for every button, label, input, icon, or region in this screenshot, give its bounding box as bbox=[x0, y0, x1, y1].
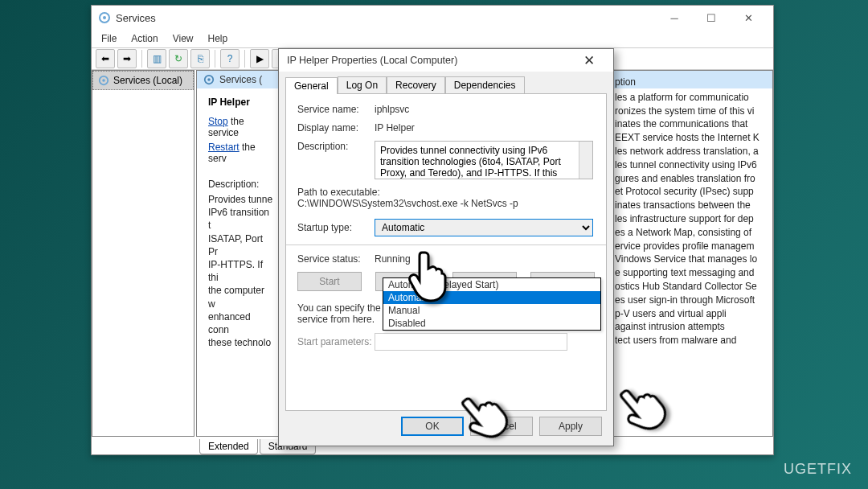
dialog-title: IP Helper Properties (Local Computer) bbox=[287, 55, 573, 66]
window-title: Services bbox=[116, 12, 656, 24]
gear-icon bbox=[98, 75, 109, 86]
tab-extended[interactable]: Extended bbox=[199, 439, 258, 454]
cursor-hand-icon bbox=[406, 248, 454, 304]
list-item[interactable]: Vindows Service that manages lo bbox=[615, 253, 768, 266]
menu-action[interactable]: Action bbox=[125, 31, 164, 46]
list-item[interactable]: e supporting text messaging and bbox=[615, 266, 768, 280]
tree-item-services-local[interactable]: Services (Local) bbox=[92, 71, 194, 90]
export-button[interactable]: ⎘ bbox=[190, 49, 210, 68]
list-item[interactable]: ostics Hub Standard Collector Se bbox=[615, 280, 768, 294]
description-box[interactable]: Provides tunnel connectivity using IPv6 … bbox=[375, 141, 593, 179]
list-item[interactable]: les infrastructure support for dep bbox=[615, 212, 768, 226]
show-hide-tree-button[interactable]: ▥ bbox=[147, 49, 166, 68]
tab-dependencies[interactable]: Dependencies bbox=[445, 76, 525, 93]
description-label: Description: bbox=[208, 179, 274, 190]
start-parameters-input[interactable] bbox=[375, 333, 567, 351]
display-name-label: Display name: bbox=[297, 122, 375, 134]
startup-type-select[interactable]: Automatic bbox=[375, 219, 593, 236]
list-item[interactable]: inates the communications that bbox=[615, 117, 768, 131]
svg-point-3 bbox=[102, 79, 105, 82]
tab-recovery[interactable]: Recovery bbox=[387, 76, 445, 93]
tab-general[interactable]: General bbox=[285, 77, 338, 94]
list-item[interactable]: inates transactions between the bbox=[615, 199, 768, 212]
service-status-label: Service status: bbox=[297, 253, 375, 265]
description-label: Description: bbox=[297, 141, 375, 179]
start-parameters-label: Start parameters: bbox=[297, 336, 375, 347]
dropdown-option[interactable]: Disabled bbox=[383, 317, 600, 330]
list-item[interactable]: les a platform for communicatio bbox=[615, 91, 768, 105]
list-item[interactable]: EEXT service hosts the Internet K bbox=[615, 131, 768, 145]
list-item[interactable]: les network address translation, a bbox=[615, 145, 768, 158]
menu-view[interactable]: View bbox=[166, 31, 200, 46]
dialog-tabs: General Log On Recovery Dependencies bbox=[285, 76, 607, 94]
list-item[interactable]: ervice provides profile managem bbox=[615, 240, 768, 253]
dialog-titlebar: IP Helper Properties (Local Computer) ✕ bbox=[279, 49, 613, 72]
back-button[interactable]: ⬅ bbox=[96, 49, 115, 68]
tab-logon[interactable]: Log On bbox=[338, 76, 387, 93]
list-item[interactable]: es a Network Map, consisting of bbox=[615, 226, 768, 240]
gear-icon bbox=[98, 11, 111, 24]
window-controls: ─ ☐ ✕ bbox=[656, 6, 767, 30]
start-svc-button[interactable]: ▶ bbox=[250, 49, 269, 68]
stop-line: Stop the service bbox=[208, 116, 274, 138]
list-item[interactable]: es user sign-in through Microsoft bbox=[615, 294, 768, 307]
menu-file[interactable]: File bbox=[95, 31, 123, 46]
list-item[interactable]: tect users from malware and bbox=[615, 334, 768, 347]
apply-button[interactable]: Apply bbox=[539, 417, 602, 436]
list-item[interactable]: p-V users and virtual appli bbox=[615, 307, 768, 321]
list-item[interactable]: ronizes the system time of this vi bbox=[615, 105, 768, 118]
description-text: Provides tunne IPv6 transition t ISATAP,… bbox=[208, 193, 274, 349]
forward-button[interactable]: ➡ bbox=[117, 49, 137, 68]
restart-link[interactable]: Restart bbox=[208, 142, 240, 153]
gear-icon bbox=[203, 74, 215, 85]
tree-item-label: Services (Local) bbox=[113, 75, 182, 86]
minimize-button[interactable]: ─ bbox=[656, 6, 693, 30]
watermark: UGETFIX bbox=[784, 461, 852, 478]
close-icon[interactable]: ✕ bbox=[573, 52, 605, 69]
path-label: Path to executable: bbox=[297, 187, 595, 198]
list-item[interactable]: against intrusion attempts bbox=[615, 320, 768, 334]
service-name-value: iphlpsvc bbox=[375, 104, 595, 115]
path-value: C:\WINDOWS\System32\svchost.exe -k NetSv… bbox=[297, 198, 595, 209]
titlebar: Services ─ ☐ ✕ bbox=[92, 6, 773, 30]
ok-button[interactable]: OK bbox=[401, 417, 464, 436]
dropdown-option[interactable]: Manual bbox=[383, 304, 600, 317]
help-button[interactable]: ? bbox=[220, 49, 240, 68]
panel-header-text: Services ( bbox=[219, 74, 262, 85]
start-button[interactable]: Start bbox=[297, 272, 362, 291]
service-detail-name: IP Helper bbox=[208, 97, 274, 108]
list-item[interactable]: et Protocol security (IPsec) supp bbox=[615, 185, 768, 199]
menubar: File Action View Help bbox=[92, 30, 773, 47]
column-header: ption bbox=[615, 76, 768, 91]
svg-point-1 bbox=[103, 16, 106, 19]
maximize-button[interactable]: ☐ bbox=[693, 6, 730, 30]
list-item[interactable]: gures and enables translation fro bbox=[615, 172, 768, 186]
tree-pane: Services (Local) bbox=[92, 70, 194, 437]
close-button[interactable]: ✕ bbox=[730, 6, 767, 30]
startup-type-label: Startup type: bbox=[297, 222, 375, 233]
svg-point-5 bbox=[207, 78, 211, 81]
restart-line: Restart the serv bbox=[208, 142, 274, 164]
menu-help[interactable]: Help bbox=[202, 31, 235, 46]
display-name-value: IP Helper bbox=[375, 122, 595, 134]
list-item[interactable]: les tunnel connectivity using IPv6 bbox=[615, 158, 768, 172]
service-detail-panel: IP Helper Stop the service Restart the s… bbox=[197, 88, 285, 433]
service-name-label: Service name: bbox=[297, 104, 375, 115]
refresh-button[interactable]: ↻ bbox=[169, 49, 188, 68]
stop-link[interactable]: Stop bbox=[208, 116, 228, 127]
